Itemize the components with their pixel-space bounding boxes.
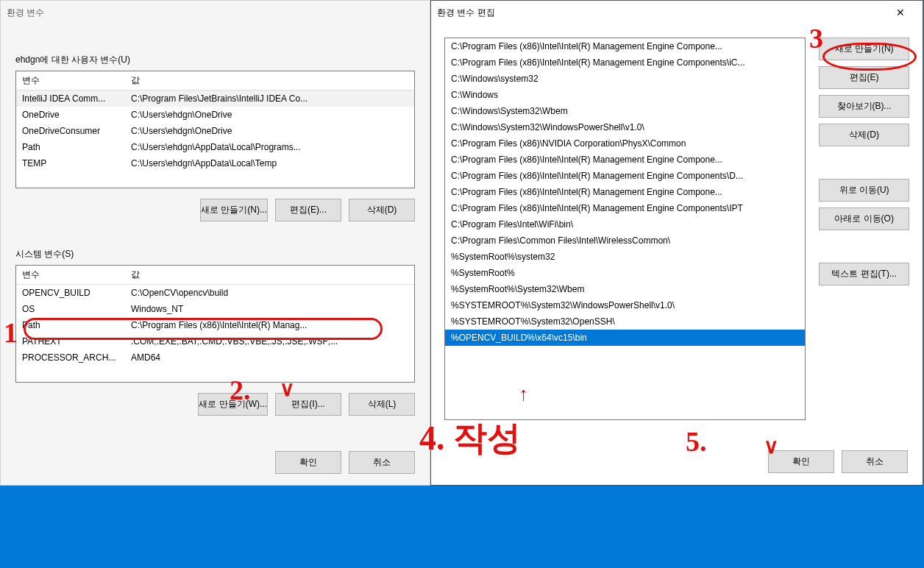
path-row[interactable]: C:\Windows\System32\WindowsPowerShell\v1… bbox=[445, 119, 805, 135]
dialog-buttons: 확인 취소 bbox=[15, 451, 415, 474]
table-row[interactable]: OneDriveConsumerC:\Users\ehdgn\OneDrive bbox=[16, 123, 414, 139]
col-value[interactable]: 값 bbox=[125, 266, 414, 284]
path-row[interactable]: %SystemRoot%\system32 bbox=[445, 249, 805, 265]
path-row[interactable]: %OPENCV_BUILD%\x64\vc15\bin bbox=[445, 330, 805, 346]
cell-var: OPENCV_BUILD bbox=[16, 285, 125, 301]
cell-var: TEMP bbox=[16, 155, 125, 171]
window-title: 환경 변수 편집 bbox=[437, 7, 495, 19]
dialog-buttons: 확인 취소 bbox=[768, 450, 908, 473]
cell-val: Windows_NT bbox=[125, 301, 414, 317]
path-row[interactable]: C:\Program Files\Common Files\Intel\Wire… bbox=[445, 232, 805, 249]
table-row[interactable]: TEMPC:\Users\ehdgn\AppData\Local\Temp bbox=[16, 155, 414, 171]
path-row[interactable]: C:\Windows\System32\Wbem bbox=[445, 103, 805, 119]
cell-var: OS bbox=[16, 301, 125, 317]
window-title: 환경 변수 bbox=[7, 7, 44, 19]
system-buttons: 새로 만들기(W)... 편집(I)... 삭제(L) bbox=[15, 393, 415, 416]
path-row[interactable]: C:\Program Files (x86)\Intel\Intel(R) Ma… bbox=[445, 168, 805, 184]
path-row[interactable]: %SystemRoot%\System32\Wbem bbox=[445, 281, 805, 297]
new-user-button[interactable]: 새로 만들기(N)... bbox=[200, 199, 268, 221]
cell-var: OneDrive bbox=[16, 107, 125, 123]
path-row[interactable]: C:\Program Files (x86)\Intel\Intel(R) Ma… bbox=[445, 38, 805, 54]
side-buttons: 새로 만들기(N) 편집(E) 찾아보기(B)... 삭제(D) 위로 이동(U… bbox=[819, 38, 909, 420]
close-icon[interactable]: ✕ bbox=[884, 2, 917, 23]
edit-user-button[interactable]: 편집(E)... bbox=[275, 199, 341, 221]
table-row[interactable]: PROCESSOR_ARCH...AMD64 bbox=[16, 349, 414, 366]
system-vars-label: 시스템 변수(S) bbox=[15, 248, 415, 260]
path-row[interactable]: C:\Windows\system32 bbox=[445, 71, 805, 87]
cell-val: C:\OpenCV\opencv\build bbox=[125, 285, 414, 301]
table-row[interactable]: OSWindows_NT bbox=[16, 301, 414, 317]
text-edit-button[interactable]: 텍스트 편집(T)... bbox=[819, 263, 909, 285]
titlebar[interactable]: 환경 변수 bbox=[1, 1, 430, 24]
new-system-button[interactable]: 새로 만들기(W)... bbox=[198, 393, 268, 416]
col-value[interactable]: 값 bbox=[125, 71, 414, 90]
content-area: ehdgn에 대한 사용자 변수(U) 변수 값 IntelliJ IDEA C… bbox=[1, 24, 430, 484]
cell-val: C:\Program Files\JetBrains\IntelliJ IDEA… bbox=[125, 90, 414, 107]
cell-var: PATHEXT bbox=[16, 333, 125, 349]
table-row[interactable]: PATHEXT.COM;.EXE;.BAT;.CMD;.VBS;.VBE;.JS… bbox=[16, 333, 414, 349]
ok-button[interactable]: 확인 bbox=[275, 451, 341, 474]
table-row[interactable]: OneDriveC:\Users\ehdgn\OneDrive bbox=[16, 107, 414, 123]
path-row[interactable]: C:\Program Files (x86)\Intel\Intel(R) Ma… bbox=[445, 152, 805, 168]
cell-var: PROCESSOR_ARCH... bbox=[16, 349, 125, 366]
edit-content: C:\Program Files (x86)\Intel\Intel(R) Ma… bbox=[431, 24, 923, 433]
edit-button[interactable]: 편집(E) bbox=[819, 66, 909, 89]
cell-val: C:\Users\ehdgn\AppData\Local\Programs... bbox=[125, 139, 414, 155]
path-list[interactable]: C:\Program Files (x86)\Intel\Intel(R) Ma… bbox=[444, 38, 806, 420]
delete-system-button[interactable]: 삭제(L) bbox=[349, 393, 415, 416]
path-row[interactable]: C:\Program Files (x86)\Intel\Intel(R) Ma… bbox=[445, 184, 805, 200]
path-row[interactable]: %SYSTEMROOT%\System32\WindowsPowerShell\… bbox=[445, 297, 805, 313]
user-vars-list[interactable]: 변수 값 IntelliJ IDEA Comm...C:\Program Fil… bbox=[15, 71, 415, 188]
list-header: 변수 값 bbox=[16, 71, 414, 90]
path-row[interactable]: %SystemRoot% bbox=[445, 265, 805, 281]
browse-button[interactable]: 찾아보기(B)... bbox=[819, 95, 909, 118]
cell-var: Path bbox=[16, 139, 125, 155]
path-row[interactable]: C:\Windows bbox=[445, 87, 805, 103]
path-row[interactable]: %SYSTEMROOT%\System32\OpenSSH\ bbox=[445, 313, 805, 330]
new-button[interactable]: 새로 만들기(N) bbox=[819, 38, 909, 60]
col-variable[interactable]: 변수 bbox=[16, 71, 125, 90]
cell-val: AMD64 bbox=[125, 349, 414, 366]
cell-val: C:\Users\ehdgn\AppData\Local\Temp bbox=[125, 155, 414, 171]
ok-button[interactable]: 확인 bbox=[768, 450, 834, 473]
move-down-button[interactable]: 아래로 이동(O) bbox=[819, 207, 909, 230]
path-row[interactable]: C:\Program Files (x86)\NVIDIA Corporatio… bbox=[445, 135, 805, 152]
cell-val: C:\Users\ehdgn\OneDrive bbox=[125, 107, 414, 123]
cell-var: OneDriveConsumer bbox=[16, 123, 125, 139]
user-vars-label: ehdgn에 대한 사용자 변수(U) bbox=[15, 54, 415, 66]
user-buttons: 새로 만들기(N)... 편집(E)... 삭제(D) bbox=[15, 199, 415, 221]
table-row[interactable]: PathC:\Program Files (x86)\Intel\Intel(R… bbox=[16, 317, 414, 333]
col-variable[interactable]: 변수 bbox=[16, 266, 125, 284]
env-vars-window: 환경 변수 ehdgn에 대한 사용자 변수(U) 변수 값 IntelliJ … bbox=[0, 0, 430, 486]
table-row[interactable]: PathC:\Users\ehdgn\AppData\Local\Program… bbox=[16, 139, 414, 155]
edit-env-window: 환경 변수 편집 ✕ C:\Program Files (x86)\Intel\… bbox=[430, 0, 923, 486]
cancel-button[interactable]: 취소 bbox=[842, 450, 908, 473]
table-row[interactable]: IntelliJ IDEA Comm...C:\Program Files\Je… bbox=[16, 90, 414, 107]
cancel-button[interactable]: 취소 bbox=[349, 451, 415, 474]
path-row[interactable]: C:\Program Files\Intel\WiFi\bin\ bbox=[445, 216, 805, 232]
titlebar[interactable]: 환경 변수 편집 ✕ bbox=[431, 1, 923, 24]
edit-system-button[interactable]: 편집(I)... bbox=[275, 393, 341, 416]
cell-val: C:\Users\ehdgn\OneDrive bbox=[125, 123, 414, 139]
delete-button[interactable]: 삭제(D) bbox=[819, 124, 909, 146]
delete-user-button[interactable]: 삭제(D) bbox=[349, 199, 415, 221]
move-up-button[interactable]: 위로 이동(U) bbox=[819, 179, 909, 202]
path-row[interactable]: C:\Program Files (x86)\Intel\Intel(R) Ma… bbox=[445, 54, 805, 71]
cell-val: .COM;.EXE;.BAT;.CMD;.VBS;.VBE;.JS;.JSE;.… bbox=[125, 333, 414, 349]
list-header: 변수 값 bbox=[16, 266, 414, 285]
path-row[interactable]: C:\Program Files (x86)\Intel\Intel(R) Ma… bbox=[445, 200, 805, 216]
system-vars-list[interactable]: 변수 값 OPENCV_BUILDC:\OpenCV\opencv\buildO… bbox=[15, 265, 415, 383]
cell-val: C:\Program Files (x86)\Intel\Intel(R) Ma… bbox=[125, 317, 414, 333]
cell-var: Path bbox=[16, 317, 125, 333]
cell-var: IntelliJ IDEA Comm... bbox=[16, 90, 125, 107]
table-row[interactable]: OPENCV_BUILDC:\OpenCV\opencv\build bbox=[16, 285, 414, 301]
